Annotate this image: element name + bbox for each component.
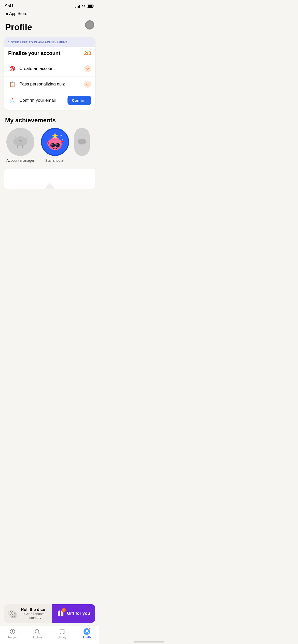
avatar[interactable]: [85, 20, 94, 30]
achievement-header: Finalize your account 2/3: [4, 47, 95, 60]
back-arrow-icon: ◀: [5, 11, 8, 16]
achievement-banner: 1 STEP LEFT TO CLAIM ACHIEVEMENT: [4, 37, 95, 47]
star-shooter-graphic: ☽ ☽ ✦ ✦ ✦ ✦: [44, 131, 66, 153]
wifi-icon: [82, 4, 86, 8]
badge-item-star-shooter[interactable]: ☽ ☽ ✦ ✦ ✦ ✦ Star shooter: [40, 128, 70, 163]
my-achievements-title: My achievements: [0, 115, 99, 128]
achievement-item-email: 📩 Confirm your email Confirm: [4, 92, 95, 109]
item-text-quiz: Pass personalizing quiz: [19, 82, 81, 87]
svg-text:✦: ✦: [26, 136, 28, 139]
achievement-banner-text: 1 STEP LEFT TO CLAIM ACHIEVEMENT: [8, 41, 67, 44]
badge-item-account-manager[interactable]: ? ✦ ✦ ✦ Account manager: [5, 128, 36, 163]
item-text-email: Confirm your email: [19, 98, 64, 103]
check-icon-create-account: [84, 65, 91, 72]
svg-text:☽: ☽: [58, 144, 60, 147]
achievement-progress: 2/3: [84, 50, 91, 56]
achievement-items: 🎯 Create an account 📋 Pass personalizing…: [4, 60, 95, 110]
battery-icon: [87, 5, 94, 8]
achievement-card: 1 STEP LEFT TO CLAIM ACHIEVEMENT Finaliz…: [4, 37, 95, 110]
confirm-button[interactable]: Confirm: [67, 96, 91, 105]
back-label: App Store: [9, 11, 27, 16]
promo-arrow: [45, 183, 55, 189]
svg-point-28: [78, 139, 82, 143]
check-icon-quiz: [84, 81, 91, 88]
status-bar: 9:41: [0, 0, 99, 10]
achievement-item-create-account: 🎯 Create an account: [4, 61, 95, 77]
page-title: Profile: [0, 18, 99, 37]
badges-row: ? ✦ ✦ ✦ Account manager: [0, 128, 99, 163]
status-icons: [75, 4, 94, 8]
promo-card: [4, 169, 95, 189]
achievement-item-quiz: 📋 Pass personalizing quiz: [4, 77, 95, 92]
badge-item-unknown[interactable]: [74, 128, 90, 163]
svg-point-29: [82, 139, 86, 143]
svg-rect-5: [22, 145, 23, 149]
svg-text:✦: ✦: [60, 134, 62, 137]
svg-point-19: [56, 143, 58, 145]
quiz-icon: 📋: [8, 80, 16, 88]
badge-circle-inactive: ? ✦ ✦ ✦: [6, 128, 34, 156]
unknown-badge-graphic: [76, 134, 88, 150]
badge-circle-active: ☽ ☽ ✦ ✦ ✦ ✦: [41, 128, 69, 156]
badge-label-star-shooter: Star shooter: [45, 158, 65, 163]
svg-text:✦: ✦: [62, 139, 63, 140]
svg-text:✦: ✦: [15, 136, 17, 138]
signal-icon: [75, 5, 80, 8]
svg-text:✦: ✦: [47, 142, 49, 143]
badge-label-account-manager: Account manager: [6, 158, 34, 163]
svg-text:✦: ✦: [27, 140, 28, 142]
email-icon: 📩: [8, 96, 16, 105]
cloud-graphic: ? ✦ ✦ ✦: [10, 132, 31, 152]
achievement-title: Finalize your account: [8, 50, 60, 56]
svg-text:☽: ☽: [50, 144, 53, 147]
svg-text:✦: ✦: [48, 137, 50, 139]
item-text-create-account: Create an account: [19, 66, 81, 71]
svg-rect-4: [17, 145, 18, 149]
badge-circle-unknown: [74, 128, 90, 156]
target-icon: 🎯: [8, 65, 16, 73]
back-navigation[interactable]: ◀ App Store: [0, 10, 99, 18]
svg-text:?: ?: [19, 139, 22, 144]
status-time: 9:41: [5, 4, 14, 9]
